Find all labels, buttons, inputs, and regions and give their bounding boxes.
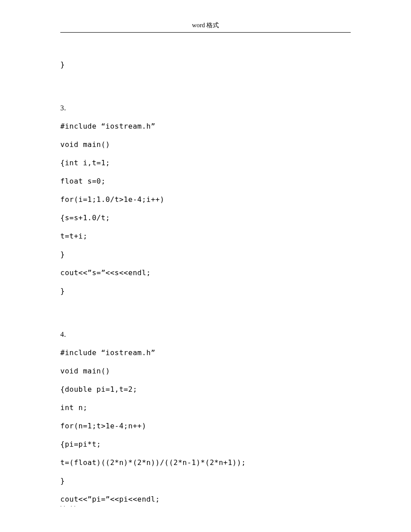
code-line: float s=0; xyxy=(60,177,351,185)
code-line: cout<<”s=”<<s<<endl; xyxy=(60,268,351,277)
code-line: for(n=1;t>1e-4;n++) xyxy=(60,422,351,430)
footer-text: .. .. xyxy=(60,502,78,507)
code-line: {s=s+1.0/t; xyxy=(60,214,351,222)
page-header: word 格式 xyxy=(0,0,411,32)
code-line: t=t+i; xyxy=(60,232,351,240)
code-line: } xyxy=(60,60,351,69)
code-line: {int i,t=1; xyxy=(60,159,351,167)
document-content: } 3. #include “iostream.h” void main() {… xyxy=(0,33,411,503)
header-title: word 格式 xyxy=(192,22,219,29)
page-footer: .. .. xyxy=(60,502,78,507)
code-line: void main() xyxy=(60,140,351,149)
code-line: {double pi=1,t=2; xyxy=(60,385,351,394)
code-line: #include “iostream.h” xyxy=(60,122,351,130)
section-number: 3. xyxy=(60,104,351,112)
section-number: 4. xyxy=(60,331,351,339)
code-line: {pi=pi*t; xyxy=(60,440,351,448)
code-line: cout<<”pi=”<<pi<<endl; xyxy=(60,495,351,503)
code-line: } xyxy=(60,250,351,259)
code-line: int n; xyxy=(60,403,351,412)
code-line: t=(float)((2*n)*(2*n))/((2*n-1)*(2*n+1))… xyxy=(60,458,351,467)
code-line: } xyxy=(60,287,351,295)
code-line: for(i=1;1.0/t>1e-4;i++) xyxy=(60,195,351,204)
code-line: #include “iostream.h” xyxy=(60,348,351,357)
code-line: void main() xyxy=(60,367,351,375)
code-line: } xyxy=(60,477,351,485)
